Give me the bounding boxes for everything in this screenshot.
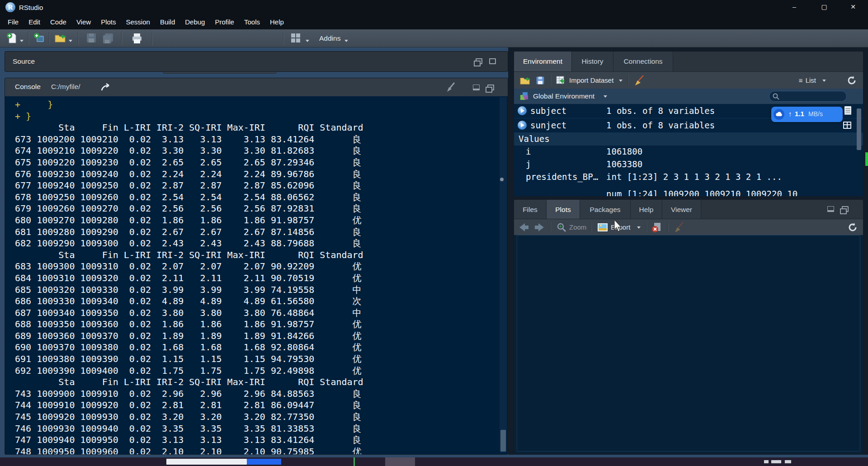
restore-pane-icon[interactable] [487, 85, 494, 90]
open-file-button[interactable] [54, 33, 67, 45]
environment-scrollbar[interactable] [857, 106, 862, 196]
import-dataset-icon[interactable] [556, 75, 566, 85]
export-plot-caret[interactable] [637, 226, 641, 229]
view-object-icon[interactable] [844, 106, 851, 115]
zoom-plot-button[interactable]: Zoom [569, 223, 586, 231]
tab-files[interactable]: Files [514, 200, 547, 219]
expand-object-icon[interactable] [518, 106, 527, 115]
save-all-button[interactable] [102, 33, 114, 45]
console-line: 743 1009900 1009910 0.02 2.96 2.96 2.96 … [15, 388, 508, 400]
save-workspace-icon[interactable] [536, 76, 545, 85]
console-line: 687 1009340 1009350 0.02 3.80 3.80 3.80 … [15, 307, 508, 319]
console-working-dir: C:/myfile/ [51, 83, 80, 91]
environment-scope-selector[interactable]: Global Environment [533, 92, 594, 100]
list-view-caret[interactable] [822, 80, 826, 82]
addins-caret[interactable] [344, 40, 348, 42]
value-content: num [1:24] 1009200 1009210 1009220 10 [606, 189, 797, 196]
print-button[interactable] [131, 33, 143, 46]
environment-value-row[interactable]: presidents_BP…int [1:23] 2 3 1 1 3 2 1 3… [514, 171, 863, 184]
menu-item-code[interactable]: Code [45, 15, 71, 29]
workspace-panes-button[interactable] [290, 33, 301, 45]
menu-item-session[interactable]: Session [121, 15, 155, 29]
console-line: 682 1009290 1009300 0.02 2.43 2.43 2.43 … [15, 238, 508, 249]
next-plot-icon[interactable] [534, 222, 545, 232]
tab-plots[interactable]: Plots [547, 200, 580, 219]
restore-pane-icon[interactable] [842, 206, 849, 212]
tab-packages[interactable]: Packages [580, 200, 631, 219]
taskbar-progress-blue[interactable] [247, 459, 281, 465]
object-summary: 1 obs. of 8 variables [606, 106, 715, 116]
addins-button[interactable]: Addins [319, 34, 340, 42]
menu-item-debug[interactable]: Debug [180, 15, 210, 29]
maximize-pane-icon[interactable] [489, 58, 496, 64]
view-data-grid-icon[interactable] [843, 122, 851, 129]
panes-caret[interactable] [306, 40, 309, 42]
menu-item-profile[interactable]: Profile [210, 15, 239, 29]
clear-all-plots-icon[interactable] [673, 221, 685, 233]
tab-viewer[interactable]: Viewer [662, 200, 701, 219]
environment-value-row[interactable]: j1063380 [514, 158, 863, 171]
console-line: 744 1009910 1009920 0.02 2.81 2.81 2.81 … [15, 400, 508, 411]
console-line: 677 1009240 1009250 0.02 2.87 2.87 2.87 … [15, 180, 508, 192]
minimize-pane-icon[interactable] [827, 206, 834, 212]
tab-environment[interactable]: Environment [514, 52, 572, 71]
remove-plot-icon[interactable] [651, 222, 662, 233]
menu-item-edit[interactable]: Edit [24, 15, 45, 29]
menu-item-plots[interactable]: Plots [96, 15, 121, 29]
menu-item-tools[interactable]: Tools [239, 15, 265, 29]
value-content: 1061800 [606, 146, 642, 156]
close-button[interactable]: ✕ [843, 0, 863, 14]
environment-search-input[interactable] [782, 92, 844, 101]
scope-caret[interactable] [604, 95, 607, 98]
console-line: 676 1009230 1009240 0.02 2.24 2.24 2.24 … [15, 169, 508, 180]
pane-splitter-grip[interactable] [500, 178, 504, 181]
environment-value-row[interactable]: num [1:24] 1009200 1009210 1009220 10 [514, 188, 863, 196]
export-plot-icon[interactable] [597, 223, 608, 232]
refresh-icon[interactable] [847, 75, 857, 85]
menu-item-build[interactable]: Build [155, 15, 180, 29]
import-dataset-caret[interactable] [619, 80, 623, 82]
zoom-plot-icon[interactable] [557, 222, 566, 232]
expand-object-icon[interactable] [518, 121, 527, 130]
console-output[interactable]: + }+ } Sta Fin L-IRI IRI-2 SQ-IRI Max-IR… [5, 96, 508, 454]
value-name: presidents_BP… [526, 172, 598, 182]
refresh-plot-icon[interactable] [848, 222, 858, 232]
console-line: Sta Fin L-IRI IRI-2 SQ-IRI Max-IRI RQI S… [15, 249, 508, 261]
plot-display-area [517, 235, 860, 452]
import-dataset-button[interactable]: Import Dataset [569, 76, 613, 84]
tab-help[interactable]: Help [631, 200, 662, 219]
environment-search-box[interactable] [769, 91, 847, 102]
open-file-caret[interactable] [69, 40, 72, 42]
tab-connections[interactable]: Connections [613, 52, 673, 71]
minimize-pane-icon[interactable] [473, 85, 480, 90]
load-workspace-icon[interactable] [519, 75, 531, 85]
goto-directory-icon[interactable] [101, 83, 113, 91]
new-file-button[interactable] [6, 33, 17, 46]
new-project-button[interactable] [33, 33, 45, 46]
clear-console-icon[interactable] [445, 82, 457, 93]
previous-plot-icon[interactable] [519, 222, 529, 232]
list-view-button[interactable]: ≡ List [799, 76, 816, 84]
menu-item-help[interactable]: Help [265, 15, 289, 29]
restore-pane-icon[interactable] [476, 58, 482, 64]
menu-item-file[interactable]: File [3, 15, 24, 29]
source-pane: Source [5, 51, 508, 72]
menu-item-view[interactable]: View [71, 15, 96, 29]
edge-indicator-strip [865, 152, 868, 166]
maximize-button[interactable]: ▢ [814, 0, 835, 14]
rstudio-window: R RStudio – ▢ ✕ FileEditCodeViewPlotsSes… [0, 0, 868, 466]
clear-environment-icon[interactable] [633, 75, 645, 86]
console-line: 680 1009270 1009280 0.02 1.86 1.86 1.86 … [15, 215, 508, 226]
console-line: 748 1009950 1009960 0.02 2.10 2.10 2.10 … [15, 446, 508, 455]
tab-history[interactable]: History [572, 52, 613, 71]
taskbar-progress-light[interactable] [166, 459, 247, 465]
new-file-caret[interactable] [20, 40, 24, 42]
taskbar-button[interactable] [385, 457, 415, 466]
console-prompt-line: + } [15, 111, 508, 122]
console-scrollbar[interactable] [500, 97, 507, 452]
save-button[interactable] [86, 33, 97, 45]
minimize-button[interactable]: – [784, 0, 805, 14]
environment-value-row[interactable]: i1061800 [514, 146, 863, 158]
console-scrollbar-thumb[interactable] [500, 430, 506, 452]
network-speed-overlay[interactable]: ↑ 1.1 MB/s [771, 107, 843, 122]
